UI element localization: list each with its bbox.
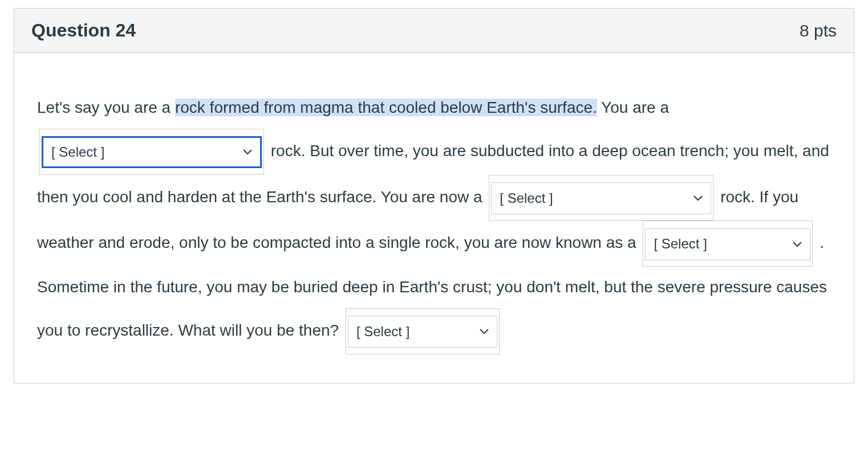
highlighted-text: rock formed from magma that cooled below… [175,99,597,116]
dropdown-2-label: [ Select ] [500,181,553,216]
question-title: Question 24 [31,20,136,41]
chevron-down-icon [243,149,252,155]
question-points: 8 pts [800,21,837,40]
dropdown-1[interactable]: [ Select ] [42,136,262,168]
dropdown-1-label: [ Select ] [51,134,104,170]
chevron-down-icon [480,329,489,334]
question-body: Let's say you are a rock formed from mag… [14,53,854,383]
chevron-down-icon [793,242,802,247]
dropdown-3-label: [ Select ] [654,226,707,262]
chevron-down-icon [693,195,703,201]
question-text-2: You are a [597,99,669,116]
dropdown-4[interactable]: [ Select ] [348,316,497,348]
dropdown-3[interactable]: [ Select ] [645,228,810,260]
question-card: Question 24 8 pts Let's say you are a ro… [14,8,854,383]
question-text-1: Let's say you are a [37,99,175,116]
dropdown-4-label: [ Select ] [356,314,409,349]
dropdown-2[interactable]: [ Select ] [491,182,711,214]
question-header: Question 24 8 pts [14,9,854,53]
